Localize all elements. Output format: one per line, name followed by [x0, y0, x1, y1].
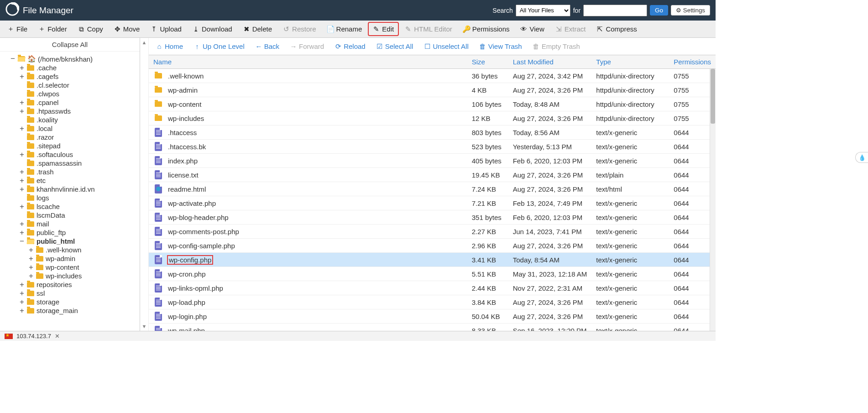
table-row[interactable]: wp-admin4 KBAug 27, 2024, 3:26 PMhttpd/u… [149, 83, 716, 97]
tree-item[interactable]: +.well-known [0, 246, 140, 254]
tree-item[interactable]: +.cache [0, 63, 140, 72]
expand-icon[interactable]: + [19, 126, 25, 131]
tree-item[interactable]: .razor [0, 133, 140, 141]
up-button[interactable]: ↑Up One Level [189, 40, 249, 53]
tree-item[interactable]: +.htpasswds [0, 107, 140, 115]
expand-icon[interactable]: + [28, 247, 34, 253]
tree-item[interactable]: +mail [0, 220, 140, 228]
expand-icon[interactable]: − [19, 239, 25, 244]
table-row[interactable]: index.php405 bytesFeb 6, 2020, 12:03 PMt… [149, 154, 716, 168]
table-row[interactable]: wp-config.php3.41 KBToday, 8:54 AMtext/x… [149, 253, 716, 267]
expand-icon[interactable]: + [19, 187, 25, 192]
expand-icon[interactable]: + [19, 230, 25, 235]
tree-item[interactable]: +.trash [0, 167, 140, 176]
tree-item[interactable]: +.cagefs [0, 72, 140, 81]
table-row[interactable]: wp-blog-header.php351 bytesFeb 6, 2020, … [149, 210, 716, 225]
move-button[interactable]: ✥Move [110, 22, 145, 36]
expand-icon[interactable]: + [19, 65, 25, 71]
expand-icon[interactable]: + [19, 308, 25, 314]
tree-item[interactable]: .clwpos [0, 89, 140, 98]
tree-item[interactable]: logs [0, 193, 140, 202]
compress-button[interactable]: ⇱Compress [592, 22, 641, 36]
expand-icon[interactable]: + [19, 282, 25, 288]
col-type[interactable]: Type [591, 55, 669, 69]
tree-item[interactable]: .sitepad [0, 141, 140, 150]
table-row[interactable]: wp-content106 bytesToday, 8:48 AMhttpd/u… [149, 97, 716, 111]
collapse-all[interactable]: Collapse All [0, 38, 140, 52]
view-button[interactable]: 👁View [516, 22, 549, 36]
table-scrollbar[interactable] [710, 69, 716, 331]
table-row[interactable]: .htaccess803 bytesToday, 8:56 AMtext/x-g… [149, 125, 716, 140]
tree-item[interactable]: +repositories [0, 280, 140, 289]
expand-icon[interactable]: + [19, 291, 25, 296]
tree-item[interactable]: .cl.selector [0, 81, 140, 89]
reload-button[interactable]: ⟳Reload [330, 40, 370, 53]
tree-item[interactable]: +khanhnvlinnie.id.vn [0, 185, 140, 193]
settings-button[interactable]: ⚙ Settings [671, 5, 710, 16]
unselectall-button[interactable]: ☐Unselect All [419, 40, 473, 53]
table-row[interactable]: wp-load.php3.84 KBAug 27, 2024, 3:26 PMt… [149, 295, 716, 309]
tree-item[interactable]: +.local [0, 124, 140, 133]
tree-item[interactable]: .koality [0, 115, 140, 124]
edit-button[interactable]: ✎Edit [368, 22, 398, 36]
search-input[interactable] [583, 5, 647, 16]
col-permissions[interactable]: Permissions [669, 55, 716, 69]
tree-item[interactable]: +etc [0, 176, 140, 185]
tree-item[interactable]: +lscache [0, 202, 140, 211]
table-row[interactable]: wp-config-sample.php2.96 KBAug 27, 2024,… [149, 239, 716, 253]
table-row[interactable]: .htaccess.bk523 bytesYesterday, 5:13 PMt… [149, 140, 716, 154]
tree-item[interactable]: +wp-content [0, 263, 140, 272]
expand-icon[interactable]: + [19, 152, 25, 157]
expand-icon[interactable]: + [19, 74, 25, 79]
tree-item[interactable]: lscmData [0, 211, 140, 220]
table-row[interactable]: readme.html7.24 KBAug 27, 2024, 3:26 PMt… [149, 182, 716, 196]
col-size[interactable]: Size [467, 55, 508, 69]
expand-icon[interactable]: + [19, 178, 25, 183]
table-row[interactable]: wp-comments-post.php2.27 KBJun 14, 2023,… [149, 225, 716, 239]
table-row[interactable]: wp-mail.php8.33 KBSep 16, 2023, 12:20 PM… [149, 324, 716, 331]
scroll-up-icon[interactable]: ▲ [142, 40, 147, 45]
expand-icon[interactable]: + [28, 265, 34, 270]
table-row[interactable]: wp-login.php50.04 KBAug 27, 2024, 3:26 P… [149, 309, 716, 324]
delete-button[interactable]: ✖Delete [239, 22, 277, 36]
scroll-down-icon[interactable]: ▼ [142, 324, 147, 329]
table-row[interactable]: license.txt19.45 KBAug 27, 2024, 3:26 PM… [149, 168, 716, 182]
table-row[interactable]: wp-activate.php7.21 KBFeb 13, 2024, 7:49… [149, 196, 716, 210]
tree-item[interactable]: +storage [0, 298, 140, 306]
tree-item[interactable]: +storage_main [0, 306, 140, 315]
tree-item[interactable]: +wp-admin [0, 254, 140, 263]
expand-icon[interactable]: + [19, 299, 25, 305]
col-name[interactable]: Name [149, 55, 467, 69]
copy-button[interactable]: ⧉Copy [73, 22, 108, 36]
download-button[interactable]: ⤓Download [188, 22, 237, 36]
expand-icon[interactable]: − [10, 56, 16, 62]
tree-item[interactable]: .spamassassin [0, 159, 140, 167]
tree-item[interactable]: +.cpanel [0, 98, 140, 107]
viewtrash-button[interactable]: 🗑View Trash [475, 40, 527, 53]
tree-root[interactable]: − 🏠 (/home/bknskhan) [0, 54, 140, 63]
close-icon[interactable]: ✕ [55, 333, 60, 340]
tree-item[interactable]: +ssl [0, 289, 140, 298]
expand-icon[interactable]: + [19, 221, 25, 227]
expand-icon[interactable]: + [19, 169, 25, 175]
tree-item[interactable]: −public_html [0, 237, 140, 246]
rename-button[interactable]: 📄Rename [323, 22, 367, 36]
tree-item[interactable]: +.softaculous [0, 150, 140, 159]
tree-item[interactable]: +wp-includes [0, 272, 140, 280]
table-row[interactable]: wp-cron.php5.51 KBMay 31, 2023, 12:18 AM… [149, 267, 716, 281]
expand-icon[interactable]: + [19, 109, 25, 114]
expand-icon[interactable]: + [28, 256, 34, 261]
back-button[interactable]: ←Back [251, 40, 284, 53]
expand-icon[interactable]: + [19, 100, 25, 105]
go-button[interactable]: Go [650, 5, 668, 16]
search-scope-select[interactable]: All Your Files [516, 5, 570, 16]
table-row[interactable]: .well-known36 bytesAug 27, 2024, 3:42 PM… [149, 69, 716, 83]
table-row[interactable]: wp-includes12 KBAug 27, 2024, 3:26 PMhtt… [149, 111, 716, 125]
expand-icon[interactable]: + [28, 273, 34, 279]
home-button[interactable]: ⌂Home [152, 40, 188, 53]
upload-button[interactable]: ⤒Upload [146, 22, 186, 36]
folder-button[interactable]: ＋Folder [34, 22, 72, 36]
tree-item[interactable]: +public_ftp [0, 228, 140, 237]
expand-icon[interactable]: + [19, 204, 25, 209]
permissions-button[interactable]: 🔑Permissions [459, 22, 514, 36]
